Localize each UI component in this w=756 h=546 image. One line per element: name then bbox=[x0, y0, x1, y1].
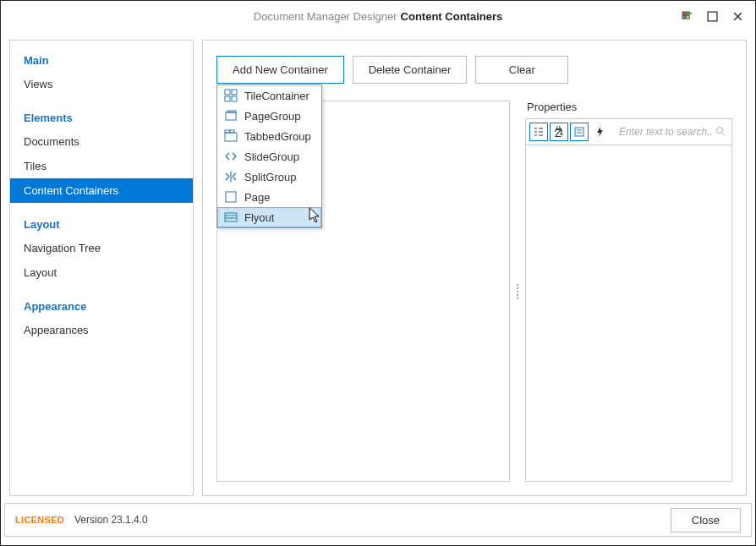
properties-search[interactable] bbox=[616, 123, 728, 140]
properties-toolbar: AZ bbox=[526, 119, 731, 145]
title-page: Content Containers bbox=[401, 10, 503, 23]
svg-rect-4 bbox=[708, 12, 717, 21]
license-badge: LICENSED bbox=[15, 515, 64, 525]
dropdown-item-pagegroup[interactable]: PageGroup bbox=[217, 106, 321, 126]
svg-rect-5 bbox=[225, 90, 230, 95]
svg-rect-3 bbox=[686, 15, 689, 19]
page-icon bbox=[224, 190, 238, 204]
sidebar-item-content-containers[interactable]: Content Containers bbox=[10, 178, 193, 203]
close-button[interactable]: Close bbox=[671, 508, 741, 532]
svg-text:Z: Z bbox=[555, 127, 562, 138]
pagegroup-icon bbox=[224, 109, 238, 123]
properties-pane: AZ bbox=[525, 118, 732, 482]
tabbedgroup-icon bbox=[224, 129, 238, 143]
search-icon bbox=[715, 126, 726, 139]
dropdown-item-page[interactable]: Page bbox=[217, 187, 321, 207]
sidebar-category-main: Main bbox=[10, 47, 193, 72]
svg-rect-8 bbox=[232, 96, 237, 101]
main-panel: Add New Container Delete Container Clear… bbox=[202, 40, 747, 496]
svg-rect-11 bbox=[225, 133, 237, 141]
sidebar-item-views[interactable]: Views bbox=[10, 72, 193, 96]
property-pages-icon[interactable] bbox=[570, 123, 589, 141]
window-controls bbox=[674, 1, 750, 31]
svg-rect-2 bbox=[682, 15, 685, 19]
svg-rect-7 bbox=[225, 96, 230, 101]
sidebar-item-tiles[interactable]: Tiles bbox=[10, 154, 193, 178]
flyout-icon bbox=[224, 210, 238, 224]
properties-column: Properties AZ bbox=[525, 101, 732, 482]
svg-rect-0 bbox=[682, 11, 685, 14]
sidebar-category-appearance: Appearance bbox=[10, 293, 193, 318]
dropdown-item-label: TileContainer bbox=[244, 90, 310, 102]
version-label: Version 23.1.4.0 bbox=[74, 514, 148, 526]
svg-rect-1 bbox=[686, 11, 689, 14]
events-icon[interactable] bbox=[590, 123, 609, 141]
properties-search-input[interactable] bbox=[616, 123, 728, 140]
sidebar-item-navigation-tree[interactable]: Navigation Tree bbox=[10, 236, 193, 260]
dropdown-item-label: SlideGroup bbox=[244, 150, 299, 163]
dropdown-item-label: Flyout bbox=[244, 211, 274, 224]
sidebar-item-appearances[interactable]: Appearances bbox=[10, 318, 193, 342]
splitgroup-icon bbox=[224, 170, 238, 183]
add-new-container-button[interactable]: Add New Container bbox=[216, 56, 344, 84]
clear-button[interactable]: Clear bbox=[475, 56, 568, 84]
svg-rect-12 bbox=[225, 130, 229, 133]
add-container-dropdown: TileContainer PageGroup TabbedGroup Slid… bbox=[216, 85, 322, 228]
svg-rect-20 bbox=[575, 128, 583, 136]
toolbar: Add New Container Delete Container Clear bbox=[216, 56, 732, 84]
svg-rect-14 bbox=[226, 192, 236, 202]
grid-view-icon[interactable] bbox=[674, 4, 699, 28]
dropdown-item-splitgroup[interactable]: SplitGroup bbox=[217, 167, 321, 187]
sidebar-item-documents[interactable]: Documents bbox=[10, 129, 193, 154]
dropdown-item-label: TabbedGroup bbox=[244, 130, 311, 143]
tilecontainer-icon bbox=[224, 89, 238, 102]
svg-rect-13 bbox=[230, 130, 234, 133]
svg-rect-15 bbox=[225, 213, 237, 221]
designer-window: Document Manager Designer Content Contai… bbox=[0, 0, 756, 546]
svg-rect-6 bbox=[232, 90, 237, 95]
dropdown-item-label: SplitGroup bbox=[244, 171, 296, 183]
sidebar-item-layout[interactable]: Layout bbox=[10, 260, 193, 285]
delete-container-button[interactable]: Delete Container bbox=[353, 56, 468, 84]
slidegroup-icon bbox=[224, 150, 238, 163]
sidebar: Main Views Elements Documents Tiles Cont… bbox=[9, 40, 194, 496]
alphabetical-icon[interactable]: AZ bbox=[550, 123, 568, 141]
dropdown-item-label: Page bbox=[244, 191, 270, 204]
dropdown-item-tabbedgroup[interactable]: TabbedGroup bbox=[217, 126, 321, 146]
title-context: Document Manager Designer bbox=[254, 10, 397, 23]
svg-rect-9 bbox=[226, 112, 236, 120]
dropdown-item-tilecontainer[interactable]: TileContainer bbox=[217, 85, 321, 106]
categorized-icon[interactable] bbox=[529, 123, 548, 141]
sidebar-category-layout: Layout bbox=[10, 211, 193, 236]
svg-point-21 bbox=[717, 127, 723, 133]
body: Main Views Elements Documents Tiles Cont… bbox=[1, 31, 755, 496]
footer: LICENSED Version 23.1.4.0 Close bbox=[4, 503, 752, 537]
dropdown-item-slidegroup[interactable]: SlideGroup bbox=[217, 146, 321, 167]
titlebar: Document Manager Designer Content Contai… bbox=[1, 1, 755, 31]
maximize-icon[interactable] bbox=[699, 4, 725, 28]
dropdown-item-flyout[interactable]: Flyout bbox=[217, 207, 321, 227]
properties-label: Properties bbox=[525, 101, 732, 113]
sidebar-category-elements: Elements bbox=[10, 105, 193, 129]
dropdown-item-label: PageGroup bbox=[244, 110, 301, 123]
splitter[interactable] bbox=[515, 101, 520, 482]
footer-wrap: LICENSED Version 23.1.4.0 Close bbox=[1, 496, 755, 545]
svg-rect-10 bbox=[227, 111, 236, 112]
close-icon[interactable] bbox=[725, 4, 750, 28]
